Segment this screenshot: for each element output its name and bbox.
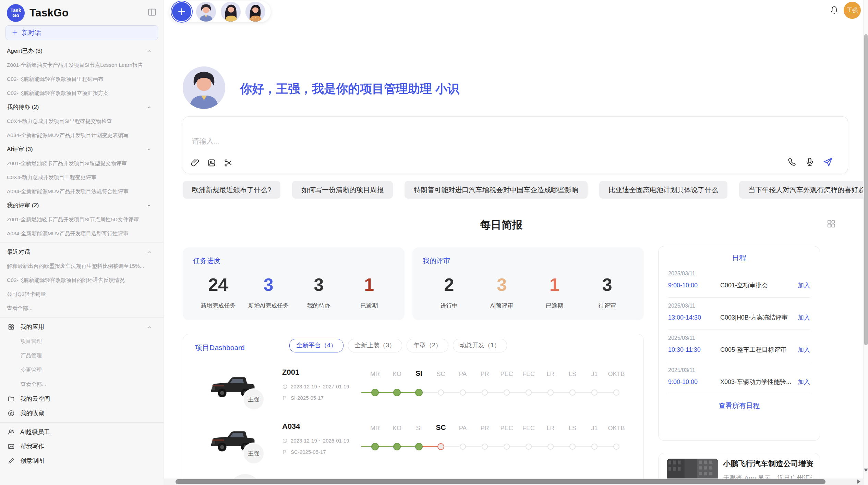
chevron-up-icon[interactable] (146, 146, 152, 153)
scroll-right-arrow-icon[interactable] (857, 480, 860, 484)
mic-icon[interactable] (805, 157, 815, 167)
conversation-item[interactable]: Z001-全新燃油轻卡产品开发项目SI节点属性5D文件评审 (0, 212, 164, 226)
milestone-dot (438, 389, 444, 396)
conversation-item[interactable]: Z001-全新燃油皮卡产品开发项目SI节点Lesson Learn报告 (0, 58, 164, 72)
join-meeting-link[interactable]: 加入 (798, 346, 810, 354)
chevron-up-icon[interactable] (146, 202, 152, 209)
scissors-icon[interactable] (224, 158, 233, 167)
suggestion-chip[interactable]: 比亚迪全固态电池计划具体说了什么 (599, 181, 727, 199)
new-chat-button[interactable]: 新对话 (5, 25, 158, 40)
session-avatar-2[interactable] (221, 2, 241, 22)
suggestion-chip[interactable]: 特朗普可能对进口汽车增税会对中国车企造成哪些影响 (405, 181, 588, 199)
milestone-label: LS (569, 371, 576, 378)
conversation-item[interactable]: C02-飞腾新能源轻客改款项目立项汇报方案 (0, 86, 164, 100)
chevron-up-icon[interactable] (146, 249, 152, 256)
send-icon[interactable] (822, 157, 833, 167)
new-session-button[interactable] (172, 2, 191, 21)
user-avatar[interactable]: 王强 (844, 2, 861, 19)
dashboard-filter-tab[interactable]: 全新上装（3） (348, 339, 402, 352)
sidebar-section-header[interactable]: Agent已办 (3) (0, 44, 164, 58)
suggestion-chip[interactable]: 如何写一份清晰的项目周报 (292, 181, 393, 199)
join-meeting-link[interactable]: 加入 (798, 281, 810, 289)
join-meeting-link[interactable]: 加入 (798, 313, 810, 322)
recent-chat-item[interactable]: 公司Q3轻卡销量 (0, 287, 164, 301)
session-avatar-1[interactable] (196, 2, 216, 22)
dashboard-filter-tab[interactable]: 全新平台（4） (289, 339, 343, 352)
milestone-progress-green (361, 446, 419, 447)
attach-icon[interactable] (191, 158, 200, 167)
app-submenu-item[interactable]: 变更管理 (0, 363, 164, 377)
app-submenu-item[interactable]: 项目管理 (0, 334, 164, 348)
suggestion-chip[interactable]: 欧洲新规最近颁布了什么? (183, 181, 280, 199)
daily-briefing-title: 每日简报 (183, 218, 820, 232)
chevron-up-icon[interactable] (146, 323, 152, 331)
sidebar-item-favorites[interactable]: 我的收藏 (0, 406, 164, 420)
sidebar-item-cloud[interactable]: 我的云空间 (0, 391, 164, 406)
conversation-item[interactable]: A034-全新新能源MUV产品开发项目造型可行性评审 (0, 226, 164, 240)
schedule-item: 2025/03/119:00-10:00X003-车辆动力学性能验...加入 (668, 362, 810, 394)
stat-label: 新增完成任务 (193, 302, 243, 310)
people-icon (8, 428, 15, 436)
conversation-item[interactable]: C02-飞腾新能源轻客改款项目里程碑画布 (0, 72, 164, 86)
project-dates: 2023-12-19 ~ 2027-01-19 (282, 384, 349, 389)
project-row[interactable]: 王强A0342023-12-19 ~ 2026-01-19SC-2025-05-… (183, 422, 643, 476)
sidebar-item-ai-super-staff[interactable]: AI超级员工 (0, 425, 164, 439)
stat-label: 已逾期 (344, 302, 394, 310)
sidebar-section-header[interactable]: AI评审 (3) (0, 142, 164, 156)
project-code: A034 (282, 422, 300, 431)
stat-value: 2 (423, 275, 475, 294)
dashboard-filter-tab[interactable]: 年型（2） (407, 339, 448, 352)
chat-input[interactable] (191, 137, 707, 146)
app-submenu-item[interactable]: 查看全部... (0, 377, 164, 391)
horizontal-scrollbar-thumb[interactable] (176, 479, 825, 484)
vertical-scrollbar-thumb[interactable] (864, 34, 868, 345)
project-owner-badge: 王强 (243, 388, 265, 410)
conversation-item[interactable]: Z001-全新燃油轻卡产品开发项目SI造型提交物评审 (0, 156, 164, 170)
layout-grid-icon[interactable] (826, 219, 836, 229)
recent-chats-header[interactable]: 最近对话 (0, 245, 164, 259)
notification-bell-icon[interactable] (830, 5, 839, 15)
stat-label: 我的待办 (294, 302, 344, 310)
session-avatar-3[interactable] (245, 2, 265, 22)
suggestion-chip[interactable]: 当下年轻人对汽车外观有怎样的喜好趋势 (739, 181, 868, 199)
milestone-dot (591, 389, 598, 396)
sidebar-item-my-apps[interactable]: 我的应用 (0, 320, 164, 334)
dashboard-filter-tab[interactable]: 动总开发（1） (453, 339, 507, 352)
milestone-label: SI (416, 425, 422, 432)
recent-chat-item[interactable]: C02-飞腾新能源轻客改款项目的闭环通告反馈情况 (0, 273, 164, 287)
phone-icon[interactable] (787, 157, 797, 167)
recent-chat-item[interactable]: 查看全部... (0, 301, 164, 315)
milestone-label: LR (546, 371, 554, 378)
schedule-time: 10:30-11:30 (668, 346, 720, 353)
sidebar-item-creative-draw[interactable]: 创意制图 (0, 453, 164, 468)
conversation-item[interactable]: C0X4-动力总成开发项目工程变更评审 (0, 170, 164, 184)
milestone-progress-green (361, 392, 419, 393)
vertical-scrollbar[interactable] (863, 0, 868, 485)
sidebar-section-header[interactable]: 我的评审 (2) (0, 198, 164, 212)
sidebar-item-help-write[interactable]: 帮我写作 (0, 439, 164, 453)
chevron-up-icon[interactable] (146, 48, 152, 54)
scroll-down-arrow-icon[interactable] (864, 469, 868, 472)
dashboard-title: 项目Dashboard (195, 343, 245, 352)
schedule-date: 2025/03/11 (668, 271, 810, 277)
app-logo: Task Go (7, 4, 25, 22)
conversation-item[interactable]: C0X4-动力总成开发项目SI里程碑提交物检查 (0, 114, 164, 128)
stat-value: 3 (581, 275, 634, 294)
chevron-up-icon[interactable] (146, 104, 152, 111)
image-icon[interactable] (207, 158, 216, 167)
milestone-dot (569, 444, 576, 450)
collapse-sidebar-icon[interactable] (147, 8, 157, 17)
project-row[interactable]: 王强Z0012023-12-19 ~ 2027-01-19SI-2025-05-… (183, 368, 643, 422)
conversation-item[interactable]: A034-全新新能源MUV产品开发项目法规符合性评审 (0, 184, 164, 198)
recent-chat-item[interactable]: 解释最新出台的欧盟报废车法规再生塑料比例被调至15%... (0, 259, 164, 273)
menu-label: 我的收藏 (20, 409, 44, 417)
stat-column: 24新增完成任务 (193, 275, 243, 310)
join-meeting-link[interactable]: 加入 (798, 378, 810, 386)
conversation-item[interactable]: A034-全新新能源MUV产品开发项目计划变更表编写 (0, 128, 164, 142)
horizontal-scrollbar[interactable] (164, 478, 863, 485)
milestone-dot (415, 389, 423, 396)
app-submenu-item[interactable]: 产品管理 (0, 348, 164, 363)
view-all-schedule-link[interactable]: 查看所有日程 (668, 401, 810, 410)
plus-icon (12, 29, 18, 36)
sidebar-section-header[interactable]: 我的待办 (2) (0, 100, 164, 114)
